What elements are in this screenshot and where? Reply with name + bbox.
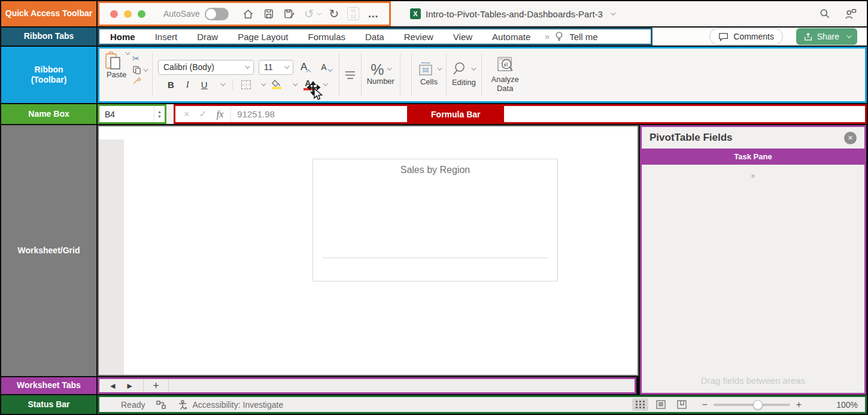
formula-input[interactable]: 91251.98 <box>230 106 407 122</box>
increase-font-size-button[interactable]: A <box>298 61 314 73</box>
editing-group[interactable]: Editing <box>452 52 476 98</box>
annotation-status-bar: Status Bar <box>1 395 96 414</box>
borders-button[interactable] <box>241 80 251 89</box>
insert-function-icon[interactable]: fx <box>217 109 224 120</box>
annotation-ribbon-tabs: Ribbon Tabs <box>1 28 96 46</box>
zoom-slider-thumb[interactable] <box>753 400 763 410</box>
mode-indicator: Ready <box>121 400 145 410</box>
zoom-out-button[interactable]: − <box>702 399 708 410</box>
normal-view-icon[interactable] <box>632 398 648 411</box>
minimize-window-button[interactable] <box>124 10 132 18</box>
analyze-data-group[interactable]: Analyze Data <box>487 52 523 98</box>
cells-group[interactable]: Cells <box>417 52 441 98</box>
ribbon-tabs-row: HomeInsertDrawPage LayoutFormulasDataRev… <box>98 28 867 46</box>
alignment-group <box>345 52 356 98</box>
clipboard-group: Paste ✂ <box>104 52 147 98</box>
paste-special-icon: %12 <box>347 7 359 20</box>
ribbon-tab-review[interactable]: Review <box>404 32 433 42</box>
fill-color-button[interactable] <box>272 80 283 89</box>
number-format-button[interactable]: % <box>371 62 390 77</box>
ribbon-toolbar: Paste ✂ Calibri (Body) 11 A A <box>98 47 867 103</box>
ribbon-tab-home[interactable]: Home <box>110 32 135 42</box>
ribbon-tab-view[interactable]: View <box>453 32 472 42</box>
annotation-quick-access-toolbar: Quick Access Toolbar <box>1 1 96 26</box>
save-icon[interactable] <box>263 8 275 20</box>
save-as-icon[interactable] <box>283 8 296 20</box>
autosave-label: AutoSave <box>163 9 200 19</box>
ribbon-tab-automate[interactable]: Automate <box>492 32 530 42</box>
add-sheet-button[interactable]: + <box>144 379 169 392</box>
document-title-area[interactable]: X Intro-to-Pivot-Tables-and-Dashboards-P… <box>410 8 614 19</box>
pane-splitter[interactable] <box>642 172 864 180</box>
people-icon[interactable] <box>844 8 857 20</box>
paste-button[interactable]: Paste <box>104 52 129 81</box>
accessibility-status[interactable]: Accessibility: Investigate <box>192 400 283 410</box>
page-layout-view-icon[interactable] <box>653 398 669 411</box>
italic-button[interactable]: I <box>184 80 192 90</box>
autosave-toggle[interactable] <box>205 8 229 20</box>
search-icon[interactable] <box>819 8 831 20</box>
title-bar: AutoSave ↺ ↻ %12 … X Intro-to-Pivot-Tabl… <box>98 1 867 26</box>
annotation-worksheet-tabs: Worksheet Tabs <box>1 377 96 394</box>
annotated-excel-screenshot: Quick Access Toolbar Ribbon Tabs Ribbon(… <box>0 0 868 415</box>
pane-footer-hint: Drag fields between areas <box>642 375 864 393</box>
formula-bar[interactable]: × ✓ fx 91251.98 Formula Bar <box>174 104 867 124</box>
accessibility-icon <box>177 399 188 410</box>
vertical-align-top-icon[interactable] <box>345 71 356 80</box>
annotation-task-pane: Task Pane <box>642 149 864 165</box>
number-group: % Number <box>367 52 394 98</box>
bold-button[interactable]: B <box>165 80 177 90</box>
page-break-view-icon[interactable] <box>674 398 690 411</box>
redo-icon[interactable]: ↻ <box>329 7 339 21</box>
ribbon-tab-formulas[interactable]: Formulas <box>308 32 345 42</box>
zoom-window-button[interactable] <box>138 10 145 18</box>
mouse-cursor <box>306 81 324 100</box>
undo-icon: ↺ <box>304 7 314 21</box>
worksheet-grid[interactable]: Sales by Region <box>98 125 639 376</box>
font-size-select[interactable]: 11 <box>259 60 293 75</box>
enter-icon[interactable]: ✓ <box>199 108 207 120</box>
ribbon-tab-insert[interactable]: Insert <box>155 32 178 42</box>
format-painter-icon[interactable] <box>132 77 147 85</box>
editing-magnifier-icon <box>453 61 468 77</box>
ribbon-tab-data[interactable]: Data <box>365 32 384 42</box>
zoom-level[interactable]: 100% <box>836 400 858 410</box>
document-title: Intro-to-Pivot-Tables-and-Dashboards-Par… <box>426 9 603 19</box>
lightbulb-icon <box>555 31 563 42</box>
zoom-slider[interactable] <box>714 404 790 406</box>
decrease-font-size-button[interactable]: A <box>318 62 333 72</box>
annotation-formula-bar: Formula Bar <box>407 106 504 122</box>
zoom-in-button[interactable]: + <box>796 399 802 410</box>
sheet-tabs-bar: ◀ ▶ + <box>98 377 636 394</box>
close-window-button[interactable] <box>110 10 118 18</box>
ribbon-tab-page-layout[interactable]: Page Layout <box>238 32 288 42</box>
paste-clipboard-icon <box>104 52 122 71</box>
underline-button[interactable]: U <box>199 80 210 90</box>
ribbon-tabs-bar: HomeInsertDrawPage LayoutFormulasDataRev… <box>98 28 652 46</box>
annotation-ribbon: Ribbon(Toolbar) <box>1 47 96 103</box>
cells-icon <box>417 62 434 76</box>
title-chevron-icon <box>611 10 615 15</box>
font-name-select[interactable]: Calibri (Body) <box>158 60 254 75</box>
comments-button[interactable]: Comments <box>709 28 783 45</box>
close-icon[interactable]: × <box>844 132 857 144</box>
cut-icon[interactable]: ✂ <box>132 54 147 63</box>
next-sheet-icon[interactable]: ▶ <box>127 382 132 390</box>
ribbon-tab-draw[interactable]: Draw <box>197 32 218 42</box>
share-icon <box>803 32 813 41</box>
more-commands-icon[interactable]: … <box>368 8 379 20</box>
quick-access-toolbar: AutoSave ↺ ↻ %12 … <box>98 1 391 26</box>
embedded-chart[interactable]: Sales by Region <box>312 159 558 281</box>
home-icon[interactable] <box>242 8 254 20</box>
annotation-name-box: Name Box <box>1 104 96 124</box>
previous-sheet-icon[interactable]: ◀ <box>110 382 115 390</box>
tell-me-button[interactable]: Tell me <box>569 32 598 42</box>
name-box[interactable]: B4 ▲▼ <box>98 104 166 124</box>
tab-overflow-icon[interactable]: » <box>545 32 549 41</box>
macro-record-icon[interactable] <box>156 399 166 410</box>
copy-icon[interactable] <box>132 65 147 74</box>
chart-x-axis <box>323 258 548 258</box>
share-button[interactable]: Share <box>796 28 857 45</box>
name-box-spinner[interactable]: ▲▼ <box>154 106 165 122</box>
cancel-icon[interactable]: × <box>184 109 189 120</box>
